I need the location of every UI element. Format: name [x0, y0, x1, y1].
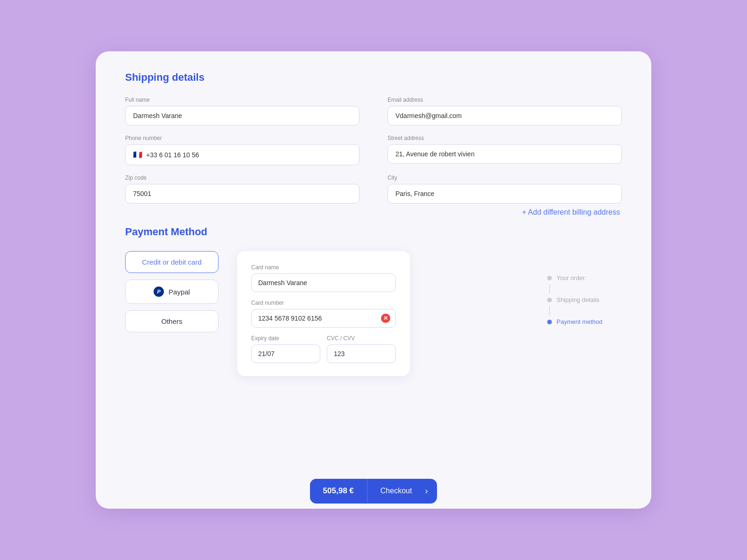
payment-title: Payment Method: [125, 226, 622, 238]
add-billing-text: + Add different billing address: [522, 208, 620, 216]
main-content: Shipping details Full name Email address…: [97, 53, 650, 507]
card-form-grid: Card name Card number ✕: [251, 264, 396, 363]
card-error-icon: ✕: [381, 314, 390, 323]
expiry-label: Expiry date: [251, 335, 320, 342]
checkout-arrow-icon: ›: [425, 479, 437, 504]
zip-group: Zip code: [125, 175, 359, 203]
step-dot-your-order: [547, 276, 552, 280]
payment-section: Payment Method Credit or debit card P Pa…: [125, 226, 622, 376]
shipping-section: Shipping details Full name Email address…: [125, 71, 622, 226]
phone-label: Phone number: [125, 135, 359, 141]
street-group: Street address: [388, 135, 622, 165]
shipping-title: Shipping details: [125, 71, 622, 84]
shipping-form-grid: Full name Email address Phone number 🇫🇷: [125, 97, 622, 203]
step-your-order: Your order:: [547, 274, 622, 281]
checkout-label: Checkout: [367, 479, 425, 503]
checkout-bar: 505,98 € Checkout ›: [97, 475, 650, 507]
card-number-group: Card number ✕: [251, 300, 396, 328]
city-input[interactable]: [388, 184, 622, 203]
card-method-button[interactable]: Credit or debit card: [125, 251, 218, 273]
card-name-group: Card name: [251, 264, 396, 292]
step-divider-1: [549, 284, 550, 294]
checkout-button[interactable]: 505,98 € Checkout ›: [310, 479, 437, 504]
card-name-label: Card name: [251, 264, 396, 271]
email-label: Email address: [388, 97, 622, 103]
paypal-method-label: Paypal: [169, 288, 190, 296]
card-form-panel: Card name Card number ✕: [237, 251, 410, 376]
expiry-cvc-row: Expiry date CVC / CVV: [251, 335, 396, 363]
phone-group: Phone number 🇫🇷: [125, 135, 359, 165]
card-name-input[interactable]: [251, 273, 396, 292]
step-label-shipping: Shipping details: [557, 296, 599, 303]
city-group: City: [388, 175, 622, 203]
step-shipping: Shipping details: [547, 296, 622, 303]
payment-methods-list: Credit or debit card P Paypal Others: [125, 251, 218, 376]
step-label-your-order: Your order:: [557, 274, 586, 281]
step-dot-payment: [547, 320, 552, 324]
city-label: City: [388, 175, 622, 181]
others-method-button[interactable]: Others: [125, 310, 218, 332]
full-name-input[interactable]: [125, 106, 359, 126]
step-payment: Payment method: [547, 318, 622, 325]
expiry-input[interactable]: [251, 344, 320, 363]
paypal-icon: P: [154, 287, 164, 297]
phone-input-wrapper: 🇫🇷: [125, 144, 359, 165]
step-dot-shipping: [547, 298, 552, 302]
paypal-method-button[interactable]: P Paypal: [125, 280, 218, 304]
cvc-group: CVC / CVV: [327, 335, 396, 363]
full-name-label: Full name: [125, 97, 359, 103]
others-method-label: Others: [161, 317, 182, 325]
expiry-group: Expiry date: [251, 335, 320, 363]
full-name-group: Full name: [125, 97, 359, 126]
device-frame: Shipping details Full name Email address…: [96, 51, 651, 509]
cvc-label: CVC / CVV: [327, 335, 396, 342]
phone-input[interactable]: [146, 151, 352, 159]
zip-label: Zip code: [125, 175, 359, 181]
cvc-input[interactable]: [327, 344, 396, 363]
phone-flag: 🇫🇷: [133, 150, 142, 159]
email-group: Email address: [388, 97, 622, 126]
card-number-input[interactable]: [251, 309, 396, 328]
payment-layout: Credit or debit card P Paypal Others: [125, 251, 622, 376]
street-input[interactable]: [388, 144, 622, 164]
add-billing-link[interactable]: + Add different billing address: [125, 208, 622, 217]
step-label-payment: Payment method: [557, 318, 602, 325]
step-divider-2: [549, 306, 550, 315]
card-number-label: Card number: [251, 300, 396, 306]
street-label: Street address: [388, 135, 622, 141]
card-method-label: Credit or debit card: [142, 258, 202, 266]
card-number-wrapper: ✕: [251, 309, 396, 328]
email-input[interactable]: [388, 106, 622, 126]
checkout-price: 505,98 €: [310, 479, 367, 503]
sidebar-steps: Your order: Shipping details Payment met…: [547, 251, 622, 325]
zip-input[interactable]: [125, 184, 359, 203]
